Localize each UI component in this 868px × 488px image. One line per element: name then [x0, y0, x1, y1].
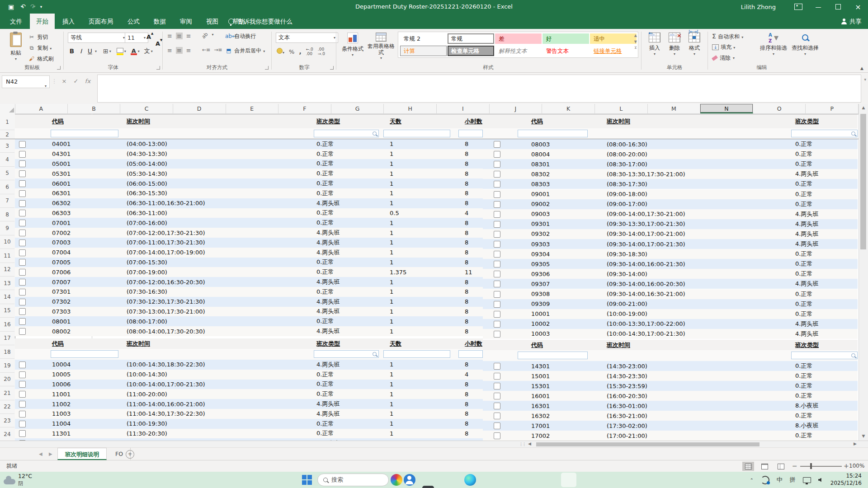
filter-input[interactable] [383, 350, 450, 358]
column-header-J[interactable]: J [490, 104, 542, 113]
name-box[interactable]: N42▾ [2, 75, 50, 88]
row-header-4[interactable]: 4 [0, 153, 14, 166]
cut-button[interactable]: ✂ 剪切 [28, 33, 48, 41]
column-header-F[interactable]: F [278, 104, 331, 113]
row-checkbox[interactable] [19, 249, 26, 256]
style-计算[interactable]: 计算 [400, 46, 447, 56]
column-header-L[interactable]: L [595, 104, 648, 113]
row-checkbox[interactable] [19, 430, 26, 437]
decrease-decimal-icon[interactable]: .00→.0 [318, 47, 325, 56]
scroll-right-arrow[interactable]: ▶ [854, 441, 857, 446]
vertical-scroll-thumb[interactable] [860, 114, 866, 249]
style-链接单元格[interactable]: 链接单元格 [590, 46, 637, 56]
horizontal-scrollbar[interactable]: ⋮⋮ ◀ ▶ [0, 441, 868, 448]
minimize-button[interactable]: — [808, 0, 828, 14]
row-checkbox[interactable] [494, 201, 500, 208]
tab-split-handle[interactable]: ⋮⋮ [519, 442, 525, 446]
clipboard-dialog-launcher[interactable] [57, 66, 61, 70]
conditional-formatting-button[interactable]: 条件格式 ▾ [340, 33, 365, 57]
column-header-I[interactable]: I [437, 104, 490, 113]
clear-button[interactable]: 清除 ▾ [712, 54, 735, 62]
sync-icon[interactable] [761, 476, 769, 484]
filter-search-icon[interactable] [851, 131, 855, 136]
filter-search-icon[interactable] [373, 352, 377, 356]
number-format-combo[interactable]: 文本▾ [276, 33, 338, 43]
sheet-nav-left-icon[interactable]: ◀ [39, 451, 42, 456]
ribbon-tab-插入[interactable]: 插入 [56, 14, 81, 29]
share-button[interactable]: 共享 [841, 14, 862, 29]
row-header-3[interactable]: 3 [0, 139, 14, 153]
tell-me-box[interactable]: 告诉我你想要做什么 [228, 14, 292, 29]
font-color-button[interactable]: A [131, 47, 137, 55]
row-checkbox[interactable] [494, 373, 500, 380]
row-header-8[interactable]: 8 [0, 208, 14, 221]
row-header-5[interactable]: 5 [0, 167, 14, 180]
row-checkbox[interactable] [19, 299, 26, 305]
taskbar-search-input[interactable]: 搜索 [317, 474, 389, 486]
row-checkbox[interactable] [494, 251, 500, 258]
style-常规 2[interactable]: 常规 2 [400, 33, 447, 44]
weather-widget[interactable]: 12°C阴 [4, 473, 32, 488]
align-right-icon[interactable]: ≡ [186, 47, 191, 54]
align-middle-icon[interactable]: ≡ [176, 33, 183, 39]
format-painter-button[interactable]: 🖌︎ 格式刷 [28, 55, 53, 63]
column-header-C[interactable]: C [120, 104, 173, 113]
photos-icon[interactable] [422, 486, 434, 488]
row-header-14[interactable]: 14 [0, 290, 14, 304]
expand-formula-bar-icon[interactable]: ▾ [864, 77, 866, 82]
ribbon-tab-文件[interactable]: 文件 [4, 14, 28, 29]
row-checkbox[interactable] [494, 383, 500, 389]
row-checkbox[interactable] [494, 301, 500, 308]
row-checkbox[interactable] [494, 161, 500, 168]
vertical-scrollbar[interactable]: ▲ ▼ [859, 104, 868, 441]
formula-input[interactable] [97, 75, 861, 103]
scroll-down-arrow[interactable]: ▼ [859, 432, 868, 440]
number-dialog-launcher[interactable] [330, 66, 334, 70]
filter-search-icon[interactable] [373, 131, 377, 136]
row-checkbox[interactable] [19, 328, 26, 335]
font-size-combo[interactable]: 11▾ [125, 33, 148, 43]
fill-button[interactable]: ↓ 填充 ▾ [712, 43, 735, 51]
ime-language-icon[interactable]: 中 [777, 476, 783, 484]
row-checkbox[interactable] [19, 210, 26, 216]
column-header-A[interactable]: A [15, 104, 68, 113]
merge-center-button[interactable]: ⬒ 合并后居中 ▾ [225, 47, 265, 55]
insert-function-button[interactable]: fx [82, 75, 93, 87]
ribbon-tab-公式[interactable]: 公式 [121, 14, 146, 29]
sheet-tab-班次明细说明[interactable]: 班次明细说明 [57, 448, 107, 460]
select-all-corner[interactable] [0, 104, 15, 113]
italic-button[interactable]: I [77, 47, 85, 55]
column-header-D[interactable]: D [173, 104, 226, 113]
row-checkbox[interactable] [19, 141, 26, 148]
row-header-18[interactable]: 18 [0, 345, 14, 359]
accounting-format-icon[interactable]: ▾ [277, 48, 284, 55]
increase-decimal-icon[interactable]: ←.0.00 [306, 47, 313, 56]
edge-browser-icon[interactable] [464, 474, 476, 486]
filter-input[interactable] [518, 130, 588, 137]
user-name[interactable]: Lilith Zhong [741, 4, 776, 10]
row-checkbox[interactable] [19, 318, 26, 325]
style-常规[interactable]: 常规 [448, 33, 494, 44]
row-checkbox[interactable] [494, 261, 500, 267]
row-header-12[interactable]: 12 [0, 263, 14, 277]
row-checkbox[interactable] [494, 191, 500, 198]
row-checkbox[interactable] [494, 221, 500, 228]
copy-button[interactable]: ⧉ 复制 ▾ [28, 44, 52, 52]
delete-cells-button[interactable]: × 删除 ▾ [665, 33, 684, 56]
row-checkbox[interactable] [494, 403, 500, 409]
row-checkbox[interactable] [494, 393, 500, 399]
sheet-nav-right-icon[interactable]: ▶ [49, 451, 52, 456]
ribbon-tab-开始[interactable]: 开始 [30, 14, 55, 29]
row-checkbox[interactable] [19, 151, 26, 158]
row-checkbox[interactable] [19, 401, 26, 408]
increase-indent-icon[interactable]: →≡ [214, 47, 222, 54]
row-header-24[interactable]: 24 [0, 427, 14, 441]
row-checkbox[interactable] [494, 171, 500, 178]
style-差[interactable]: 差 [495, 33, 542, 44]
page-break-view-button[interactable] [775, 462, 787, 471]
row-checkbox[interactable] [494, 211, 500, 218]
row-checkbox[interactable] [19, 308, 26, 315]
row-header-23[interactable]: 23 [0, 414, 14, 427]
filter-input[interactable] [791, 130, 858, 137]
row-header-20[interactable]: 20 [0, 373, 14, 386]
